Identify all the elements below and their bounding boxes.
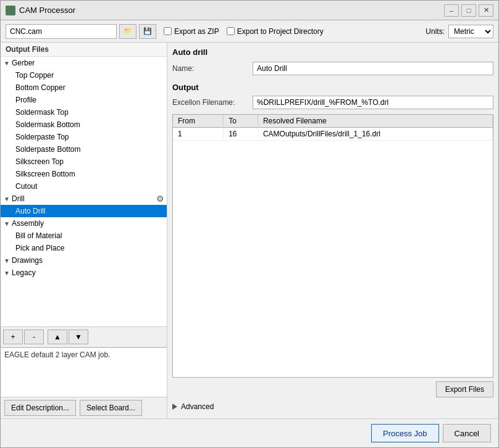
item-label: Soldermask Top [15,108,69,117]
export-zip-label: Export as ZIP [174,27,219,36]
description-text: EAGLE default 2 layer CAM job. [4,351,110,359]
col-filename: Resolved Filename [258,115,492,128]
excellon-input[interactable] [253,96,493,109]
export-files-button[interactable]: Export Files [436,381,493,397]
save-file-button[interactable]: 💾 [139,24,156,39]
tree-item-profile[interactable]: Profile [1,94,167,106]
edit-description-button[interactable]: Edit Description... [4,400,76,416]
output-section-title: Output [172,83,493,92]
export-zip-group: Export as ZIP [164,27,219,36]
section-title: Auto drill [172,48,493,57]
tree-item-auto-drill[interactable]: Auto Drill [1,205,167,217]
item-label: Solderpaste Top [15,133,69,141]
expand-icon: ▼ [3,220,10,227]
select-board-button[interactable]: Select Board... [80,400,142,416]
move-up-button[interactable]: ▲ [48,330,67,344]
cancel-button[interactable]: Cancel [443,424,491,442]
table-header-row: From To Resolved Filename [173,115,493,128]
window-title: CAM Processor [19,6,444,15]
tree-item-soldermask-bottom[interactable]: Soldermask Bottom [1,118,167,131]
export-project-group: Export to Project Directory [227,27,324,36]
item-label: Gerber [12,59,35,67]
name-label: Name: [172,64,253,73]
gear-icon[interactable]: ⚙ [156,194,164,204]
export-zip-checkbox[interactable] [164,27,172,35]
open-file-button[interactable]: 📁 [119,24,136,39]
right-panel: Auto drill Name: Output Excellon Filenam… [167,43,498,418]
collapse-icon [172,404,177,410]
tree-item-soldermask-top[interactable]: Soldermask Top [1,106,167,118]
process-job-button[interactable]: Process Job [371,424,439,442]
item-label: Auto Drill [15,207,46,215]
excellon-row: Excellon Filename: [172,96,493,109]
export-project-label: Export to Project Directory [237,27,324,36]
item-label: Cutout [15,182,37,191]
add-item-button[interactable]: + [3,330,23,344]
open-icon: 📁 [124,27,132,35]
units-label: Units: [426,27,445,36]
item-label: Profile [15,96,36,104]
description-box: EAGLE default 2 layer CAM job. [1,347,167,397]
toolbar: 📁 💾 Export as ZIP Export to Project Dire… [1,20,498,43]
units-group: Units: Metric Imperial [426,25,493,38]
tree-item-solderpaste-bottom[interactable]: Solderpaste Bottom [1,143,167,156]
output-files-label: Output Files [1,43,167,57]
tree-item-bill-of-material[interactable]: Bill of Material [1,230,167,242]
item-label: Bottom Copper [15,83,65,92]
name-input[interactable] [253,62,493,75]
item-label: Silkscreen Top [15,157,64,166]
item-label: Drawings [12,256,43,265]
tree-item-drawings[interactable]: ▼Drawings [1,254,167,267]
item-label: Assembly [12,219,44,228]
table-row: 1 16 CAMOutputs/DrillFiles/drill_1_16.dr… [173,128,493,141]
remove-item-button[interactable]: - [24,330,44,344]
item-label: Pick and Place [15,244,64,252]
left-panel: Output Files ▼GerberTop CopperBottom Cop… [1,43,167,418]
advanced-section[interactable]: Advanced [172,400,493,413]
tree-item-top-copper[interactable]: Top Copper [1,69,167,81]
units-select[interactable]: Metric Imperial [448,25,493,38]
export-project-checkbox[interactable] [227,27,235,35]
tree-container: ▼GerberTop CopperBottom CopperProfileSol… [1,57,167,327]
advanced-label: Advanced [181,402,214,411]
tree-item-legacy[interactable]: ▼Legacy [1,267,167,279]
export-btn-row: Export Files [172,381,493,397]
tree-item-gerber[interactable]: ▼Gerber [1,57,167,69]
tree-item-pick-and-place[interactable]: Pick and Place [1,242,167,254]
tree-item-silkscreen-top[interactable]: Silkscreen Top [1,156,167,168]
item-label: Bill of Material [15,231,62,240]
drill-table: From To Resolved Filename 1 16 CAMOutput… [173,115,493,141]
cam-processor-window: CAM Processor – □ ✕ 📁 💾 Export as ZIP Ex… [0,0,499,448]
app-icon [6,6,15,15]
window-controls: – □ ✕ [444,4,493,17]
tree-controls: + - ▲ ▼ [1,327,167,347]
excellon-label: Excellon Filename: [172,98,253,107]
col-from: From [173,115,224,128]
minimize-button[interactable]: – [444,4,459,17]
item-label: Legacy [12,268,36,277]
bottom-buttons: Edit Description... Select Board... [1,397,167,418]
file-input[interactable] [6,24,117,39]
tree-item-bottom-copper[interactable]: Bottom Copper [1,81,167,94]
cell-from: 1 [173,128,224,141]
save-icon: 💾 [143,27,152,35]
item-label: Silkscreen Bottom [15,170,75,178]
move-down-button[interactable]: ▼ [69,330,88,344]
tree-item-drill[interactable]: ▼Drill⚙ [1,193,167,205]
expand-icon: ▼ [3,257,10,264]
tree-item-silkscreen-bottom[interactable]: Silkscreen Bottom [1,168,167,180]
item-label: Top Copper [15,71,54,80]
cell-filename: CAMOutputs/DrillFiles/drill_1_16.drl [258,128,492,141]
item-label: Soldermask Bottom [15,120,80,129]
name-row: Name: [172,62,493,75]
item-label: Solderpaste Bottom [15,145,80,154]
tree-item-assembly[interactable]: ▼Assembly [1,217,167,230]
expand-icon: ▼ [3,59,10,67]
tree-item-solderpaste-top[interactable]: Solderpaste Top [1,131,167,143]
drill-table-container: From To Resolved Filename 1 16 CAMOutput… [172,114,493,378]
main-content: Output Files ▼GerberTop CopperBottom Cop… [1,43,498,418]
maximize-button[interactable]: □ [461,4,476,17]
item-label: Drill [12,194,25,203]
close-button[interactable]: ✕ [479,4,493,17]
tree-item-cutout[interactable]: Cutout [1,180,167,193]
